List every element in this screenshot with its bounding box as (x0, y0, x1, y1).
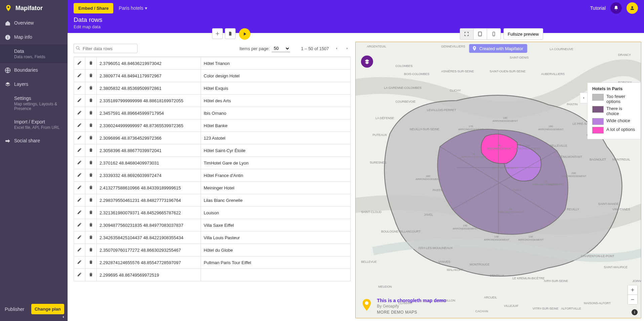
edit-cell[interactable] (74, 219, 85, 231)
edit-cell[interactable] (74, 244, 85, 256)
delete-cell[interactable] (85, 231, 97, 244)
edit-cell[interactable] (74, 119, 85, 132)
nav-boundaries[interactable]: Boundaries (0, 63, 68, 77)
sidebar-collapse-button[interactable] (61, 315, 66, 320)
delete-cell[interactable] (85, 107, 97, 119)
name-cell[interactable]: Pullman Paris Tour Eiffel (201, 256, 351, 269)
items-per-page-select[interactable]: 50 (272, 45, 290, 52)
nav-data[interactable]: DataData rows, Fields (0, 44, 68, 63)
coord-cell[interactable]: 2.3096896 48.87364529972366 (97, 132, 201, 144)
device-mobile-button[interactable] (487, 29, 500, 39)
add-row-button[interactable] (212, 28, 223, 39)
coord-cell[interactable]: 2.3351897999999998 48.88618169972055 (97, 95, 201, 107)
map-name-dropdown[interactable]: Paris hotels ▾ (119, 5, 147, 11)
fullsize-preview-button[interactable]: Fullsize preview (504, 28, 543, 40)
delete-cell[interactable] (85, 95, 97, 107)
delete-cell[interactable] (85, 119, 97, 132)
name-cell[interactable]: Meininger Hotel (201, 182, 351, 194)
more-demo-maps-link[interactable]: MORE DEMO MAPS (377, 310, 446, 315)
prev-page-button[interactable] (333, 44, 340, 54)
data-table-wrapper[interactable]: 2.3796051 48.84636219973042Hôtel Trianon… (74, 57, 351, 318)
map-info-button[interactable]: i (632, 309, 638, 315)
delete-cell[interactable] (85, 132, 97, 144)
edit-cell[interactable] (74, 144, 85, 157)
coord-cell[interactable]: 2.3796051 48.84636219973042 (97, 57, 201, 70)
delete-cell[interactable] (85, 244, 97, 256)
change-plan-button[interactable]: Change plan (31, 304, 64, 314)
delete-cell[interactable] (85, 256, 97, 269)
name-cell[interactable]: Hôtel Trianon (201, 57, 351, 70)
filter-input[interactable] (74, 44, 137, 53)
delete-cell[interactable] (85, 219, 97, 231)
coord-cell[interactable]: 2.413277588610966 48.84339189999615 (97, 182, 201, 194)
coord-cell[interactable]: 2.3094877560231835 48.84977083037837 (97, 219, 201, 231)
name-cell[interactable]: Hôtel Exquis (201, 82, 351, 95)
run-button[interactable] (239, 28, 250, 40)
edit-cell[interactable] (74, 207, 85, 219)
import-file-button[interactable] (225, 28, 236, 39)
edit-cell[interactable] (74, 95, 85, 107)
zoom-out-button[interactable]: − (628, 295, 637, 304)
edit-cell[interactable] (74, 269, 85, 281)
name-cell[interactable]: Louison (201, 207, 351, 219)
coord-cell[interactable]: 2.298379550461231 48.84827773196764 (97, 194, 201, 207)
coord-cell[interactable]: 2.299695 48.86749569972519 (97, 269, 201, 281)
coord-cell[interactable]: 2.350709760177272 48.86630293255467 (97, 244, 201, 256)
embed-share-button[interactable]: Embed / Share (74, 3, 113, 13)
coord-cell[interactable]: 2.292874124655576 48.85547728597097 (97, 256, 201, 269)
name-cell[interactable]: Lilas Blanc Grenelle (201, 194, 351, 207)
delete-cell[interactable] (85, 70, 97, 82)
user-menu-button[interactable] (627, 2, 638, 14)
name-cell[interactable]: Hôtel du Globe (201, 244, 351, 256)
device-desktop-button[interactable] (460, 29, 474, 39)
delete-cell[interactable] (85, 207, 97, 219)
delete-cell[interactable] (85, 169, 97, 182)
coord-cell[interactable]: 2.3457591 48.896645999717954 (97, 107, 201, 119)
coord-cell[interactable]: 2.321361980079371 48.84529665787622 (97, 207, 201, 219)
nav-map-info[interactable]: Map info (0, 30, 68, 44)
zoom-in-button[interactable]: + (628, 285, 637, 295)
edit-cell[interactable] (74, 157, 85, 169)
edit-cell[interactable] (74, 57, 85, 70)
edit-cell[interactable] (74, 256, 85, 269)
coord-cell[interactable]: 2.3360244999999997 48.87365539972365 (97, 119, 201, 132)
delete-cell[interactable] (85, 157, 97, 169)
coord-cell[interactable]: 2.3809774 48.84941179972967 (97, 70, 201, 82)
edit-cell[interactable] (74, 107, 85, 119)
coord-cell[interactable]: 2.3058396 48.88677039972041 (97, 144, 201, 157)
device-tablet-button[interactable] (474, 29, 487, 39)
coord-cell[interactable]: 2.3426358425104437 48.84221908355434 (97, 231, 201, 244)
name-cell[interactable]: Hôtel France d'Antin (201, 169, 351, 182)
edit-cell[interactable] (74, 169, 85, 182)
delete-cell[interactable] (85, 269, 97, 281)
edit-cell[interactable] (74, 194, 85, 207)
delete-cell[interactable] (85, 194, 97, 207)
nav-overview[interactable]: Overview (0, 16, 68, 30)
name-cell[interactable]: Hôtel Saint-Cyr Étoile (201, 144, 351, 157)
tutorial-link[interactable]: Tutorial (590, 5, 606, 11)
delete-cell[interactable] (85, 144, 97, 157)
map-panel[interactable]: ARGENTEUILGENNEVILLIERSLA COURNEUVEDRANC… (355, 42, 641, 318)
legend-toggle-button[interactable] (580, 93, 587, 103)
next-page-button[interactable] (344, 44, 351, 54)
delete-cell[interactable] (85, 57, 97, 70)
app-logo[interactable]: Mapifator (0, 0, 68, 16)
delete-cell[interactable] (85, 182, 97, 194)
delete-cell[interactable] (85, 82, 97, 95)
name-cell[interactable]: Hôtel des Arts (201, 95, 351, 107)
nav-social-share[interactable]: Social share (0, 134, 68, 148)
notifications-button[interactable] (610, 2, 622, 14)
nav-settings[interactable]: SettingsMap settings, Layouts & Presence (0, 92, 68, 115)
name-cell[interactable]: Ibis Ornano (201, 107, 351, 119)
name-cell[interactable]: Color design Hotel (201, 70, 351, 82)
edit-cell[interactable] (74, 70, 85, 82)
name-cell[interactable]: 123 Astotel (201, 132, 351, 144)
name-cell[interactable] (201, 269, 351, 281)
name-cell[interactable]: Villa Louis Pasteur (201, 231, 351, 244)
edit-cell[interactable] (74, 231, 85, 244)
map-layers-button[interactable] (361, 56, 373, 68)
created-with-badge[interactable]: Created with Mapifator (469, 44, 527, 53)
name-cell[interactable]: Villa Saxe Eiffel (201, 219, 351, 231)
coord-cell[interactable]: 2.3339332 48.86926039972474 (97, 169, 201, 182)
edit-cell[interactable] (74, 132, 85, 144)
